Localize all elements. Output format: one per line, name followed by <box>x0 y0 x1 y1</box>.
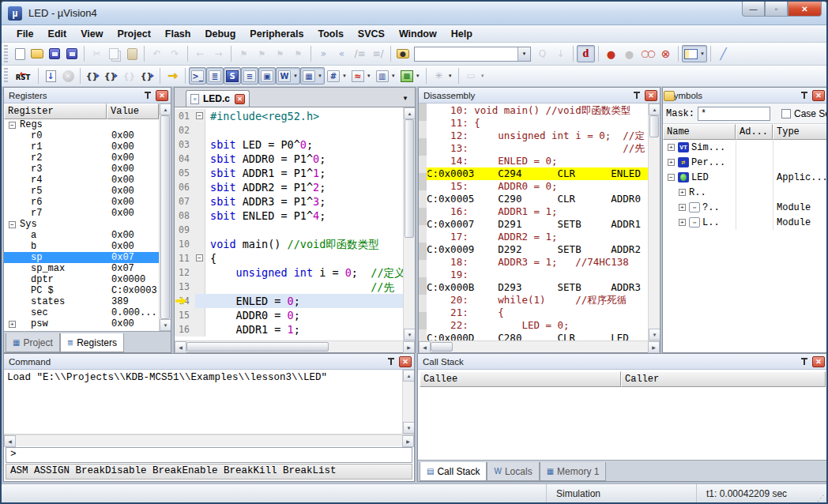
close-icon[interactable]: ✕ <box>156 90 168 101</box>
menu-edit[interactable]: Edit <box>41 27 74 41</box>
symbols-col-name[interactable]: Name <box>663 124 736 140</box>
mask-input[interactable] <box>698 107 770 121</box>
tree-expander-icon[interactable]: + <box>679 204 686 211</box>
breakpoint-disable-button[interactable]: ● <box>620 45 638 62</box>
registers-vscrollbar[interactable]: ▲ ▼ <box>159 103 171 331</box>
register-row-r4[interactable]: r40x00 <box>4 175 159 186</box>
symbol-row-per[interactable]: +⇄Per... <box>663 155 827 170</box>
trace-window-button[interactable]: ▥▼ <box>374 67 398 85</box>
menu-peripherals[interactable]: Peripherals <box>243 27 310 41</box>
editor-tab-ledc[interactable]: ≡ LED.c ✕ <box>186 90 250 107</box>
registers-col-register[interactable]: Register <box>4 103 107 119</box>
register-row-sec[interactable]: sec0.000... <box>4 307 159 318</box>
symbol-row-[interactable]: +⋯?..Module <box>663 200 827 215</box>
indent-left-button[interactable]: « <box>333 45 351 62</box>
fold-margin[interactable] <box>195 123 205 137</box>
start-stop-debug-session-button[interactable]: d <box>577 45 595 62</box>
scroll-left-icon[interactable]: ◀ <box>419 341 431 353</box>
command-window-button[interactable]: >_ <box>189 67 206 85</box>
toolbox-button[interactable]: ✳▼ <box>430 67 455 85</box>
open-file-button[interactable] <box>28 45 46 62</box>
close-icon[interactable]: ✕ <box>812 356 825 367</box>
breakpoint-toggle-button[interactable]: ● <box>602 45 620 62</box>
pin-icon[interactable] <box>631 90 642 101</box>
disassembly-window-button[interactable]: ≣ <box>206 67 224 85</box>
command-input[interactable]: > <box>6 447 412 463</box>
dropdown-arrow-icon[interactable]: ▼ <box>448 73 453 78</box>
fold-margin[interactable]: − <box>195 109 205 123</box>
symbol-row-sim[interactable]: +VTSim... <box>663 140 827 155</box>
scroll-up-icon[interactable]: ▲ <box>649 103 660 115</box>
pin-icon[interactable] <box>386 356 397 367</box>
fold-margin[interactable] <box>195 265 205 280</box>
callstack-col-callee[interactable]: Callee <box>420 371 621 387</box>
dropdown-arrow-icon[interactable]: ▼ <box>700 51 705 56</box>
register-row-r0[interactable]: r00x00 <box>4 130 159 141</box>
fold-margin[interactable] <box>195 166 205 180</box>
symbol-row-led[interactable]: −LEDApplic... <box>663 170 827 185</box>
scroll-down-icon[interactable]: ▼ <box>160 319 171 331</box>
close-icon[interactable]: ✕ <box>399 356 412 367</box>
scroll-right-icon[interactable]: ▶ <box>402 435 414 447</box>
tree-expander-icon[interactable]: + <box>668 159 675 166</box>
close-icon[interactable]: ✕ <box>812 90 825 101</box>
dropdown-arrow-icon[interactable]: ▼ <box>480 73 485 78</box>
register-row-r2[interactable]: r20x00 <box>4 152 159 164</box>
register-row-r3[interactable]: r30x00 <box>4 164 159 175</box>
search-combo[interactable]: ▼ <box>414 47 531 62</box>
tab-memory-1[interactable]: ▦Memory 1 <box>540 462 607 481</box>
search-input[interactable] <box>415 47 518 61</box>
scroll-right-icon[interactable]: ▶ <box>403 341 415 353</box>
run-code-button[interactable]: ↓ <box>42 67 59 85</box>
fold-icon[interactable]: − <box>196 254 203 261</box>
close-icon[interactable]: ✕ <box>645 90 657 101</box>
register-row-r6[interactable]: r60x00 <box>4 197 159 208</box>
configure-tools-button[interactable]: ╱ <box>714 45 732 62</box>
fold-margin[interactable] <box>195 209 205 223</box>
fold-margin[interactable]: − <box>195 251 205 265</box>
breakpoint-kill-all-button[interactable]: ⊗ <box>657 45 675 62</box>
new-file-button[interactable] <box>11 45 28 62</box>
fold-margin[interactable] <box>195 223 205 237</box>
combo-dropdown-icon[interactable]: ▼ <box>518 47 530 61</box>
dropdown-arrow-icon[interactable]: ▼ <box>416 73 420 78</box>
fold-margin[interactable] <box>195 137 205 152</box>
symbols-window-button[interactable]: S <box>224 67 241 85</box>
disassembly-vscrollbar[interactable]: ▲ ▼ <box>648 103 660 340</box>
disassembly-margin[interactable] <box>419 103 427 340</box>
code-area[interactable]: 01−#include<reg52.h>0203sbit LED = P0^0;… <box>175 107 403 340</box>
fold-margin[interactable] <box>195 294 205 308</box>
reset-cpu-button[interactable]: RST <box>11 67 35 85</box>
scroll-up-icon[interactable]: ▲ <box>404 107 415 119</box>
registers-window-button[interactable]: ≡ <box>241 67 258 85</box>
scroll-left-icon[interactable]: ◀ <box>4 435 16 447</box>
watch-window-button[interactable]: W▼ <box>276 67 300 85</box>
fold-icon[interactable]: − <box>196 112 203 119</box>
find-in-files-button[interactable]: ● <box>394 45 412 62</box>
register-row-a[interactable]: a0x00 <box>4 230 159 241</box>
menu-flash[interactable]: Flash <box>158 27 198 41</box>
restore-button[interactable]: ▫ <box>765 2 788 17</box>
dropdown-arrow-icon[interactable]: ▼ <box>391 73 396 78</box>
command-output[interactable]: Load "E:\\Projects\\KDB-MCS51\\Examples\… <box>4 370 402 434</box>
callstack-body[interactable] <box>418 387 827 460</box>
tree-expander-icon[interactable]: + <box>9 321 16 328</box>
menu-svcs[interactable]: SVCS <box>351 27 392 41</box>
window-layout-button[interactable]: ▼ <box>682 45 707 62</box>
tree-expander-icon[interactable]: − <box>668 174 675 181</box>
disassembly-content[interactable]: 10: void main() //void即函数类型 11: { 12: un… <box>427 103 648 340</box>
menu-file[interactable]: File <box>9 27 41 41</box>
scroll-right-icon[interactable]: ▶ <box>648 341 660 353</box>
show-next-statement-button[interactable]: → <box>164 67 182 85</box>
register-row-pc--[interactable]: PC $C:0x0003 <box>4 285 159 296</box>
command-hscrollbar[interactable]: ◀ ▶ <box>4 434 414 446</box>
menu-view[interactable]: View <box>73 27 110 41</box>
tree-expander-icon[interactable]: + <box>668 144 675 151</box>
scroll-up-icon[interactable]: ▲ <box>403 370 414 382</box>
serial-window-button[interactable]: #▼ <box>325 67 349 85</box>
tree-expander-icon[interactable]: − <box>9 122 16 129</box>
minimize-button[interactable]: — <box>742 2 765 17</box>
system-viewer-button[interactable]: ▩▼ <box>398 67 423 85</box>
pin-icon[interactable] <box>799 90 810 101</box>
scroll-up-icon[interactable]: ▲ <box>160 103 171 115</box>
